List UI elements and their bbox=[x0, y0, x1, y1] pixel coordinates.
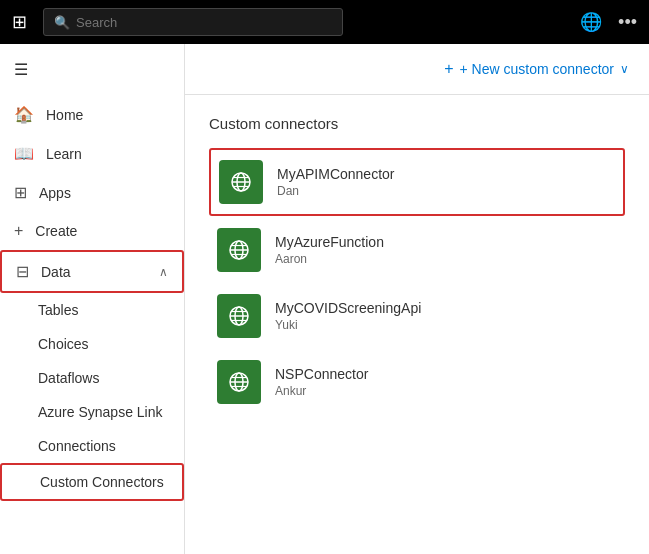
topbar-right: 🌐 ••• bbox=[580, 11, 637, 33]
sidebar-label-connections: Connections bbox=[38, 438, 116, 454]
sidebar-label-custom-connectors: Custom Connectors bbox=[40, 474, 164, 490]
create-icon: + bbox=[14, 222, 23, 240]
sidebar-label-dataflows: Dataflows bbox=[38, 370, 99, 386]
data-icon: ⊟ bbox=[16, 262, 29, 281]
sidebar-label-apps: Apps bbox=[39, 185, 71, 201]
connector-item-myapim[interactable]: MyAPIMConnector Dan bbox=[209, 148, 625, 216]
connector-icon-nsp bbox=[217, 360, 261, 404]
sidebar-label-create: Create bbox=[35, 223, 77, 239]
connector-icon-mycovid bbox=[217, 294, 261, 338]
search-box[interactable]: 🔍 bbox=[43, 8, 343, 36]
connector-list: MyAPIMConnector Dan MyAzureFunction Aaro… bbox=[209, 148, 625, 414]
sidebar-item-create[interactable]: + Create bbox=[0, 212, 184, 250]
sidebar-item-azure-synapse[interactable]: Azure Synapse Link bbox=[0, 395, 184, 429]
sidebar-item-tables[interactable]: Tables bbox=[0, 293, 184, 327]
connector-icon-myapim bbox=[219, 160, 263, 204]
hamburger-button[interactable]: ☰ bbox=[0, 44, 184, 95]
collapse-arrow-icon: ∧ bbox=[159, 265, 168, 279]
home-icon: 🏠 bbox=[14, 105, 34, 124]
content-header: + + New custom connector ∨ bbox=[185, 44, 649, 95]
connector-author-mycovid: Yuki bbox=[275, 318, 421, 332]
chevron-down-icon: ∨ bbox=[620, 62, 629, 76]
sidebar-item-learn[interactable]: 📖 Learn bbox=[0, 134, 184, 173]
learn-icon: 📖 bbox=[14, 144, 34, 163]
sidebar-item-choices[interactable]: Choices bbox=[0, 327, 184, 361]
connector-name-nsp: NSPConnector bbox=[275, 366, 368, 382]
connector-author-nsp: Ankur bbox=[275, 384, 368, 398]
sidebar-label-choices: Choices bbox=[38, 336, 89, 352]
search-icon: 🔍 bbox=[54, 15, 70, 30]
sidebar-item-connections[interactable]: Connections bbox=[0, 429, 184, 463]
connector-name-myapim: MyAPIMConnector bbox=[277, 166, 394, 182]
sidebar-item-home[interactable]: 🏠 Home bbox=[0, 95, 184, 134]
sidebar-item-dataflows[interactable]: Dataflows bbox=[0, 361, 184, 395]
data-sub-group: Tables Choices Dataflows Azure Synapse L… bbox=[0, 293, 184, 501]
apps-icon: ⊞ bbox=[14, 183, 27, 202]
connector-name-mycovid: MyCOVIDScreeningApi bbox=[275, 300, 421, 316]
connector-icon-myazure bbox=[217, 228, 261, 272]
main-layout: ☰ 🏠 Home 📖 Learn ⊞ Apps + Create ⊟ Data … bbox=[0, 44, 649, 554]
sidebar-label-data: Data bbox=[41, 264, 71, 280]
sidebar-label-learn: Learn bbox=[46, 146, 82, 162]
connector-info-nsp: NSPConnector Ankur bbox=[275, 366, 368, 398]
section-title: Custom connectors bbox=[209, 115, 625, 132]
sidebar-label-home: Home bbox=[46, 107, 83, 123]
connector-author-myazure: Aaron bbox=[275, 252, 384, 266]
new-connector-label: + New custom connector bbox=[460, 61, 614, 77]
connector-info-myapim: MyAPIMConnector Dan bbox=[277, 166, 394, 198]
connector-item-nsp[interactable]: NSPConnector Ankur bbox=[209, 350, 625, 414]
connector-name-myazure: MyAzureFunction bbox=[275, 234, 384, 250]
grid-icon[interactable]: ⊞ bbox=[12, 11, 27, 33]
content-area: + + New custom connector ∨ Custom connec… bbox=[185, 44, 649, 554]
search-input[interactable] bbox=[76, 15, 332, 30]
sidebar-label-tables: Tables bbox=[38, 302, 78, 318]
content-body: Custom connectors MyAPIMConnector Dan bbox=[185, 95, 649, 434]
connector-item-mycovid[interactable]: MyCOVIDScreeningApi Yuki bbox=[209, 284, 625, 348]
connector-item-myazure[interactable]: MyAzureFunction Aaron bbox=[209, 218, 625, 282]
new-custom-connector-button[interactable]: + + New custom connector ∨ bbox=[444, 60, 629, 78]
plus-icon: + bbox=[444, 60, 453, 78]
sidebar-item-apps[interactable]: ⊞ Apps bbox=[0, 173, 184, 212]
sidebar-item-data[interactable]: ⊟ Data ∧ bbox=[0, 250, 184, 293]
topbar: ⊞ 🔍 🌐 ••• bbox=[0, 0, 649, 44]
sidebar-item-custom-connectors[interactable]: Custom Connectors bbox=[0, 463, 184, 501]
connector-author-myapim: Dan bbox=[277, 184, 394, 198]
sidebar-label-azure-synapse: Azure Synapse Link bbox=[38, 404, 163, 420]
connector-info-myazure: MyAzureFunction Aaron bbox=[275, 234, 384, 266]
globe-icon[interactable]: 🌐 bbox=[580, 11, 602, 33]
sidebar: ☰ 🏠 Home 📖 Learn ⊞ Apps + Create ⊟ Data … bbox=[0, 44, 185, 554]
connector-info-mycovid: MyCOVIDScreeningApi Yuki bbox=[275, 300, 421, 332]
more-options-icon[interactable]: ••• bbox=[618, 12, 637, 33]
